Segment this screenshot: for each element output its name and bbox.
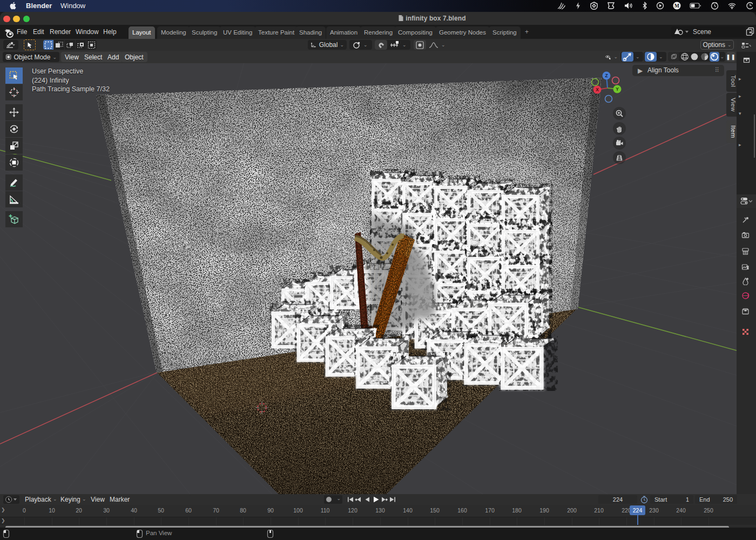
svg-text:Y: Y [616,86,619,92]
svg-text:Z: Z [605,73,608,78]
svg-text:X: X [596,87,599,92]
svg-text:M: M [674,3,679,9]
